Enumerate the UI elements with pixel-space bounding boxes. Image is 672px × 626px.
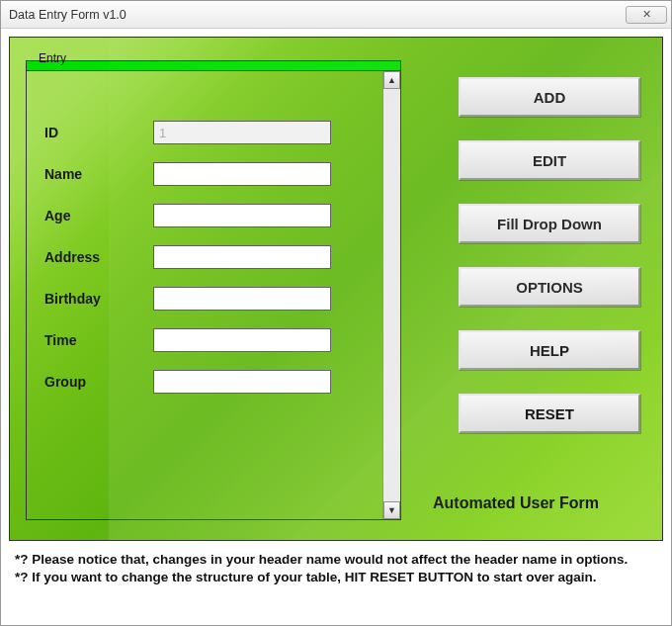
main-panel: Entry ID Name Age xyxy=(9,37,663,541)
entry-groupbox: Entry ID Name Age xyxy=(26,55,401,520)
label-address: Address xyxy=(44,249,153,265)
automated-form-label: Automated User Form xyxy=(433,494,640,512)
input-id[interactable] xyxy=(153,121,331,144)
input-age[interactable] xyxy=(153,204,331,227)
label-group: Group xyxy=(44,374,153,390)
window-title: Data Entry Form v1.0 xyxy=(9,8,126,22)
label-time: Time xyxy=(44,332,153,348)
input-address[interactable] xyxy=(153,245,331,269)
entry-body: ID Name Age Address xyxy=(26,70,401,520)
label-age: Age xyxy=(44,208,153,224)
row-group: Group xyxy=(44,370,369,394)
scroll-up-button[interactable]: ▲ xyxy=(383,71,400,89)
label-id: ID xyxy=(44,125,153,140)
close-icon: ✕ xyxy=(642,8,651,21)
label-birthday: Birthday xyxy=(44,291,153,307)
close-button[interactable]: ✕ xyxy=(626,6,667,24)
entry-topbar xyxy=(26,60,401,70)
row-address: Address xyxy=(44,245,369,269)
client-area: Entry ID Name Age xyxy=(1,29,671,625)
row-time: Time xyxy=(44,328,369,352)
button-column: ADD EDIT Fill Drop Down OPTIONS HELP RES… xyxy=(459,77,640,433)
options-button[interactable]: OPTIONS xyxy=(459,267,640,307)
footer-note-2: *? If you want to change the structure o… xyxy=(15,569,657,586)
entry-scrollbar[interactable]: ▲ ▼ xyxy=(382,71,400,519)
add-button[interactable]: ADD xyxy=(459,77,640,117)
fill-dropdown-button[interactable]: Fill Drop Down xyxy=(459,204,640,243)
scroll-down-button[interactable]: ▼ xyxy=(383,501,400,519)
reset-button[interactable]: RESET xyxy=(459,394,640,433)
entry-legend: Entry xyxy=(36,51,69,65)
row-name: Name xyxy=(44,162,369,186)
input-time[interactable] xyxy=(153,328,331,352)
edit-button[interactable]: EDIT xyxy=(459,140,640,180)
input-group[interactable] xyxy=(153,370,331,394)
footer-notes: *? Please notice that, changes in your h… xyxy=(9,547,663,592)
app-window: Data Entry Form v1.0 ✕ Entry ID Name xyxy=(0,0,672,626)
chevron-down-icon: ▼ xyxy=(387,505,396,515)
row-age: Age xyxy=(44,204,369,227)
help-button[interactable]: HELP xyxy=(459,330,640,370)
input-birthday[interactable] xyxy=(153,287,331,311)
titlebar: Data Entry Form v1.0 ✕ xyxy=(1,1,671,29)
chevron-up-icon: ▲ xyxy=(387,75,396,85)
input-name[interactable] xyxy=(153,162,331,186)
entry-content: ID Name Age Address xyxy=(27,71,382,519)
row-birthday: Birthday xyxy=(44,287,369,311)
footer-note-1: *? Please notice that, changes in your h… xyxy=(15,551,657,569)
label-name: Name xyxy=(44,166,153,182)
row-id: ID xyxy=(44,121,369,144)
